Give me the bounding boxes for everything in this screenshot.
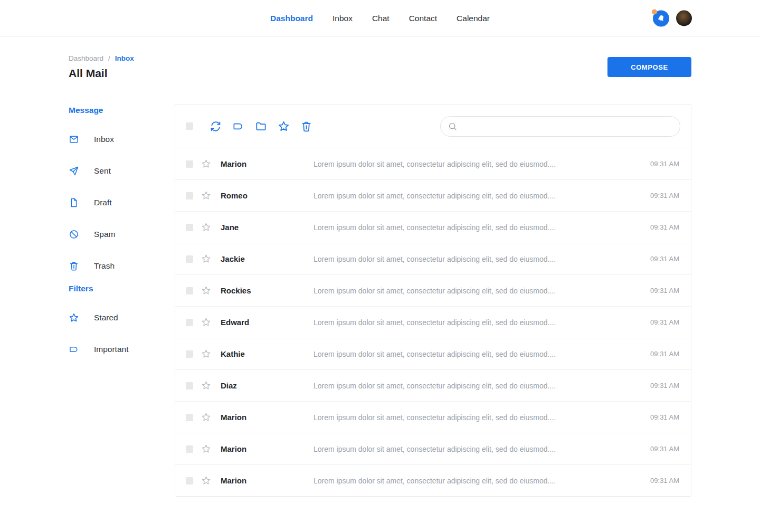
mail-row[interactable]: MarionLorem ipsum dolor sit amet, consec… bbox=[175, 464, 691, 496]
compose-button[interactable]: COMPOSE bbox=[607, 57, 691, 77]
nav-item-calendar[interactable]: Calendar bbox=[457, 14, 490, 23]
sidebar-item-inbox[interactable]: Inbox bbox=[69, 124, 175, 155]
star-icon[interactable] bbox=[201, 412, 211, 422]
sidebar-item-sent[interactable]: Sent bbox=[69, 155, 175, 187]
sidebar-section-list: InboxSentDraftSpamTrash bbox=[69, 124, 175, 282]
row-checkbox[interactable] bbox=[186, 160, 193, 168]
trash-button[interactable] bbox=[300, 120, 312, 132]
row-checkbox[interactable] bbox=[186, 477, 193, 484]
star-button[interactable] bbox=[278, 120, 290, 132]
notification-dot bbox=[652, 9, 657, 14]
preview-text: Lorem ipsum dolor sit amet, consectetur … bbox=[314, 160, 636, 168]
sidebar-section-title: Message bbox=[69, 106, 175, 115]
mail-panel: MarionLorem ipsum dolor sit amet, consec… bbox=[175, 104, 691, 497]
star-icon[interactable] bbox=[201, 317, 211, 327]
mail-row[interactable]: RockiesLorem ipsum dolor sit amet, conse… bbox=[175, 274, 691, 306]
star-icon bbox=[69, 312, 79, 323]
sidebar-item-draft[interactable]: Draft bbox=[69, 187, 175, 218]
timestamp: 09:31 AM bbox=[636, 223, 679, 231]
spam-icon bbox=[69, 229, 79, 240]
search-icon bbox=[448, 121, 458, 131]
timestamp: 09:31 AM bbox=[636, 255, 679, 263]
sender-name: Romeo bbox=[221, 191, 314, 200]
sender-name: Jackie bbox=[221, 254, 314, 263]
mail-row[interactable]: MarionLorem ipsum dolor sit amet, consec… bbox=[175, 148, 691, 179]
search-box bbox=[440, 116, 680, 137]
sidebar-item-spam[interactable]: Spam bbox=[69, 218, 175, 250]
sender-name: Kathie bbox=[221, 349, 314, 358]
mail-row[interactable]: EdwardLorem ipsum dolor sit amet, consec… bbox=[175, 306, 691, 338]
preview-text: Lorem ipsum dolor sit amet, consectetur … bbox=[314, 223, 636, 232]
timestamp: 09:31 AM bbox=[636, 350, 679, 358]
star-icon[interactable] bbox=[201, 159, 211, 169]
sidebar-item-stared[interactable]: Stared bbox=[69, 302, 175, 334]
mail-row[interactable]: MarionLorem ipsum dolor sit amet, consec… bbox=[175, 433, 691, 464]
sidebar-item-important[interactable]: Important bbox=[69, 334, 175, 365]
draft-icon bbox=[69, 197, 79, 208]
preview-text: Lorem ipsum dolor sit amet, consectetur … bbox=[314, 413, 636, 422]
tag-button[interactable] bbox=[232, 120, 244, 132]
preview-text: Lorem ipsum dolor sit amet, consectetur … bbox=[314, 350, 636, 358]
page-header: Dashboard / Inbox All Mail COMPOSE bbox=[69, 54, 691, 80]
user-avatar[interactable] bbox=[676, 11, 692, 26]
search-input[interactable] bbox=[462, 122, 673, 130]
sender-name: Marion bbox=[221, 476, 314, 485]
trash-icon bbox=[69, 261, 79, 271]
toolbar-actions bbox=[204, 120, 318, 132]
tag-icon bbox=[232, 120, 244, 132]
notification-bell-button[interactable] bbox=[653, 10, 669, 26]
mail-row[interactable]: RomeoLorem ipsum dolor sit amet, consect… bbox=[175, 179, 691, 211]
row-checkbox[interactable] bbox=[186, 287, 193, 294]
timestamp: 09:31 AM bbox=[636, 477, 679, 484]
timestamp: 09:31 AM bbox=[636, 192, 679, 200]
row-checkbox[interactable] bbox=[186, 350, 193, 358]
sender-name: Marion bbox=[221, 413, 314, 422]
sidebar-item-label: Draft bbox=[94, 198, 112, 207]
star-icon[interactable] bbox=[201, 349, 211, 359]
row-checkbox[interactable] bbox=[186, 414, 193, 421]
row-checkbox[interactable] bbox=[186, 192, 193, 200]
tag-icon bbox=[69, 344, 79, 355]
preview-text: Lorem ipsum dolor sit amet, consectetur … bbox=[314, 192, 636, 200]
timestamp: 09:31 AM bbox=[636, 318, 679, 326]
mail-row[interactable]: JackieLorem ipsum dolor sit amet, consec… bbox=[175, 243, 691, 274]
breadcrumb-dashboard[interactable]: Dashboard bbox=[69, 54, 103, 62]
sidebar-item-trash[interactable]: Trash bbox=[69, 250, 175, 282]
page-title: All Mail bbox=[69, 67, 134, 80]
row-checkbox[interactable] bbox=[186, 445, 193, 453]
row-checkbox[interactable] bbox=[186, 224, 193, 231]
row-checkbox[interactable] bbox=[186, 382, 193, 390]
mail-row[interactable]: MarionLorem ipsum dolor sit amet, consec… bbox=[175, 401, 691, 433]
mail-row[interactable]: DiazLorem ipsum dolor sit amet, consecte… bbox=[175, 369, 691, 401]
star-icon[interactable] bbox=[201, 444, 211, 454]
sidebar: MessageInboxSentDraftSpamTrashFiltersSta… bbox=[69, 104, 175, 367]
timestamp: 09:31 AM bbox=[636, 445, 679, 453]
star-icon[interactable] bbox=[201, 222, 211, 232]
mail-row[interactable]: KathieLorem ipsum dolor sit amet, consec… bbox=[175, 338, 691, 369]
row-checkbox[interactable] bbox=[186, 255, 193, 263]
trash-icon bbox=[300, 120, 312, 132]
sender-name: Marion bbox=[221, 159, 314, 168]
nav-item-contact[interactable]: Contact bbox=[409, 14, 437, 23]
breadcrumb-inbox[interactable]: Inbox bbox=[115, 54, 134, 62]
sender-name: Rockies bbox=[221, 286, 314, 295]
timestamp: 09:31 AM bbox=[636, 413, 679, 421]
breadcrumb-separator: / bbox=[108, 54, 110, 62]
row-checkbox[interactable] bbox=[186, 319, 193, 326]
nav-item-chat[interactable]: Chat bbox=[372, 14, 390, 23]
star-icon bbox=[278, 120, 290, 132]
star-icon[interactable] bbox=[201, 476, 211, 486]
star-icon[interactable] bbox=[201, 286, 211, 296]
refresh-button[interactable] bbox=[210, 120, 222, 132]
select-all-checkbox[interactable] bbox=[186, 122, 193, 130]
mail-row[interactable]: JaneLorem ipsum dolor sit amet, consecte… bbox=[175, 211, 691, 243]
nav-item-dashboard[interactable]: Dashboard bbox=[270, 14, 313, 23]
timestamp: 09:31 AM bbox=[636, 287, 679, 294]
folder-button[interactable] bbox=[255, 120, 267, 132]
star-icon[interactable] bbox=[201, 254, 211, 264]
star-icon[interactable] bbox=[201, 191, 211, 201]
nav-item-inbox[interactable]: Inbox bbox=[332, 14, 353, 23]
send-icon bbox=[69, 166, 79, 176]
sender-name: Diaz bbox=[221, 381, 314, 390]
star-icon[interactable] bbox=[201, 381, 211, 391]
